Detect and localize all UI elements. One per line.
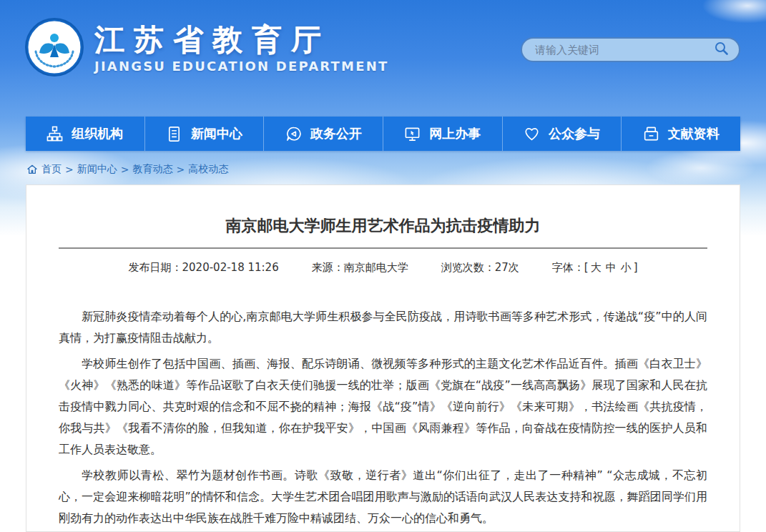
- breadcrumb-separator: >: [121, 164, 129, 175]
- nav-label: 政务公开: [310, 125, 362, 142]
- nav-item-gov-disclosure[interactable]: 政务公开: [264, 117, 383, 151]
- font-size-medium[interactable]: 中: [604, 261, 619, 274]
- title-divider: [59, 247, 707, 249]
- jiangsu-education-emblem-icon: [24, 17, 84, 80]
- nav-label: 公众参与: [549, 125, 600, 142]
- article-title: 南京邮电大学师生用艺术作品为抗击疫情助力: [59, 215, 707, 237]
- breadcrumb-education-news[interactable]: 教育动态: [132, 163, 172, 176]
- search-icon: [713, 40, 730, 59]
- article-card: 南京邮电大学师生用艺术作品为抗击疫情助力 发布日期：2020-02-18 11:…: [26, 184, 740, 532]
- article-paragraph: 学校师生创作了包括中国画、插画、海报、配乐诗朗诵、微视频等多种形式的主题文化艺术…: [59, 353, 707, 460]
- nav-item-documents[interactable]: 文献资料: [622, 117, 740, 151]
- nav-item-online-services[interactable]: 网上办事: [383, 117, 503, 151]
- search-button[interactable]: [713, 40, 730, 59]
- article-meta: 发布日期：2020-02-18 11:26 来源：南京邮电大学 浏览次数：27次…: [59, 261, 707, 275]
- org-chart-icon: [46, 126, 63, 142]
- site-title-block: 江苏省教育厅 JIANGSU EDUCATION DEPARTMENT: [94, 24, 388, 74]
- nav-label: 新闻中心: [191, 125, 242, 142]
- article-paragraph: 新冠肺炎疫情牵动着每个人的心,南京邮电大学师生积极参与全民防疫战，用诗歌书画等多…: [59, 306, 707, 349]
- font-size-label-close: ]: [634, 261, 638, 274]
- font-size-large[interactable]: 大: [589, 261, 604, 274]
- monitor-cursor-icon: [404, 126, 421, 142]
- font-size-small[interactable]: 小: [619, 261, 634, 274]
- article-source: 来源：南京邮电大学: [312, 261, 408, 275]
- search-input[interactable]: [534, 43, 713, 57]
- heart-icon: [524, 126, 540, 142]
- nav-item-news-center[interactable]: 新闻中心: [145, 117, 265, 151]
- article-paragraph: 学校教师以青松、翠竹为题材创作书画。诗歌《致敬，逆行者》道出“你们出征了，走出了…: [59, 465, 707, 529]
- breadcrumb-separator: >: [65, 164, 74, 175]
- nav-item-public-participation[interactable]: 公众参与: [503, 117, 622, 151]
- breadcrumb-news-center[interactable]: 新闻中心: [77, 163, 117, 176]
- breadcrumb-separator: >: [176, 164, 185, 175]
- news-doc-icon: [166, 126, 182, 142]
- page: 江苏省教育厅 JIANGSU EDUCATION DEPARTMENT: [0, 0, 766, 532]
- breadcrumb: 首页> 新闻中心> 教育动态> 高校动态: [26, 163, 228, 176]
- main-nav: 组织机构 新闻中心 政务公开: [26, 117, 740, 151]
- nav-label: 网上办事: [429, 125, 481, 142]
- font-size-label: 字体：[: [552, 261, 589, 274]
- home-icon[interactable]: [26, 164, 38, 175]
- printer-archive-icon: [643, 126, 659, 142]
- site-title-en: JIANGSU EDUCATION DEPARTMENT: [94, 59, 388, 74]
- publish-date: 发布日期：2020-02-18 11:26: [129, 261, 279, 275]
- nav-label: 组织机构: [72, 125, 123, 142]
- site-title-zh: 江苏省教育厅: [94, 24, 388, 56]
- breadcrumb-home[interactable]: 首页: [41, 163, 62, 176]
- nav-label: 文献资料: [668, 125, 720, 142]
- font-size-control: 字体：[大中小]: [552, 261, 638, 275]
- nav-item-organization[interactable]: 组织机构: [26, 117, 145, 151]
- site-logo-brand[interactable]: 江苏省教育厅 JIANGSU EDUCATION DEPARTMENT: [24, 17, 388, 80]
- disclosure-bubble-icon: [285, 126, 302, 142]
- search-bar: [521, 37, 740, 62]
- breadcrumb-university-news[interactable]: 高校动态: [188, 163, 228, 176]
- article-body: 新冠肺炎疫情牵动着每个人的心,南京邮电大学师生积极参与全民防疫战，用诗歌书画等多…: [59, 306, 707, 529]
- view-count: 浏览次数：27次: [441, 261, 519, 275]
